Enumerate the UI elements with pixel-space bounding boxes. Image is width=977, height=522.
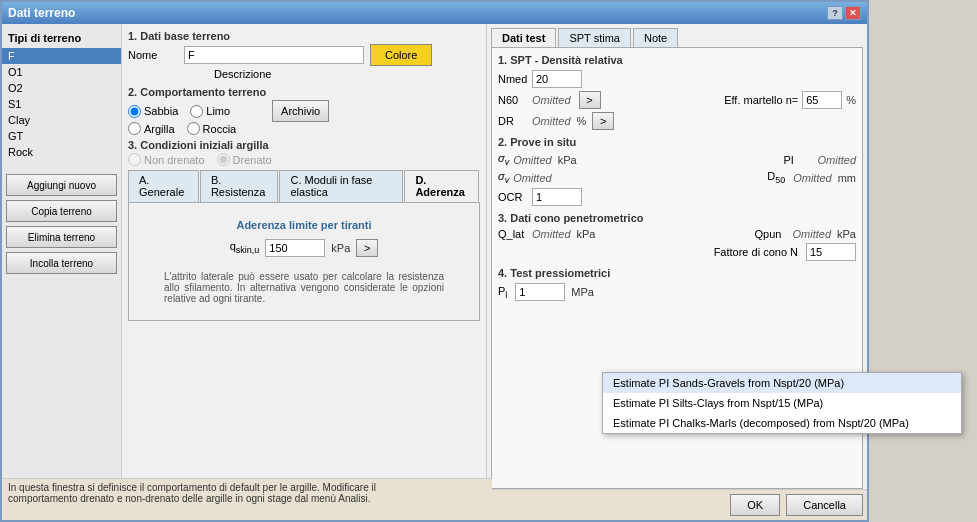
- right-tab-spt-stima[interactable]: SPT stima: [558, 28, 631, 47]
- tab-c[interactable]: C. Moduli in fase elastica: [279, 170, 403, 202]
- color-button[interactable]: Colore: [370, 44, 432, 66]
- archivio-button[interactable]: Archivio: [272, 100, 329, 122]
- sigmav-unit1: kPa: [558, 154, 577, 166]
- add-terrain-button[interactable]: Aggiungi nuovo: [6, 174, 117, 196]
- right-section1-title: 1. SPT - Densità relativa: [498, 54, 856, 66]
- right-bottom-bar: OK Cancella: [487, 489, 867, 520]
- ocr-input[interactable]: [532, 188, 582, 206]
- right-section3-title: 3. Dati cono penetrometrico: [498, 212, 856, 224]
- roccia-label: Roccia: [203, 123, 237, 135]
- section3: 3. Condizioni iniziali argilla Non drena…: [128, 139, 480, 166]
- bottom-info-bar: In questa finestra si definisce il compo…: [2, 478, 492, 520]
- center-tabs: A. Generale B. Resistenza C. Moduli in f…: [128, 170, 480, 202]
- sidebar: Tipi di terreno F O1 O2 S1 Clay GT Rock …: [2, 24, 122, 520]
- n60-arrow-button[interactable]: >: [579, 91, 601, 109]
- sabbia-label: Sabbia: [144, 105, 178, 117]
- right-tab-note[interactable]: Note: [633, 28, 678, 47]
- fattore-row: Fattore di cono N: [498, 243, 856, 261]
- tab-d-content: Aderenza limite per tiranti qskin,u kPa …: [128, 202, 480, 321]
- q-unit: kPa: [331, 242, 350, 254]
- eff-label: Eff. martello n=: [724, 94, 798, 106]
- name-input[interactable]: [184, 46, 364, 64]
- dr-arrow-button[interactable]: >: [592, 112, 614, 130]
- q-skin-input[interactable]: [265, 239, 325, 257]
- d50-unit: mm: [838, 172, 856, 184]
- dropdown-menu: Estimate PI Sands-Gravels from Nspt/20 (…: [602, 372, 962, 434]
- sigmav-label2: σv: [498, 170, 509, 185]
- fattore-label: Fattore di cono N: [714, 246, 798, 258]
- pl-unit: MPa: [571, 286, 594, 298]
- dropdown-item-chalks[interactable]: Estimate PI Chalks-Marls (decomposed) fr…: [603, 413, 961, 433]
- argilla-radio[interactable]: [128, 122, 141, 135]
- close-button[interactable]: ✕: [845, 6, 861, 20]
- window-title: Dati terreno: [8, 6, 75, 20]
- sidebar-title: Tipi di terreno: [2, 28, 121, 48]
- bottom-text: In questa finestra si definisce il compo…: [8, 482, 376, 504]
- pl-row: Pl MPa: [498, 283, 856, 301]
- ok-button[interactable]: OK: [730, 494, 780, 516]
- pi-label: PI: [783, 154, 813, 166]
- sabbia-radio-label[interactable]: Sabbia: [128, 105, 178, 118]
- qpun-unit: kPa: [837, 228, 856, 240]
- aderenza-content: Aderenza limite per tiranti qskin,u kPa …: [135, 209, 473, 314]
- pi-value: Omitted: [817, 154, 856, 166]
- tab-b[interactable]: B. Resistenza: [200, 170, 279, 202]
- sidebar-item-o1[interactable]: O1: [2, 64, 121, 80]
- n60-label: N60: [498, 94, 528, 106]
- right-tabs: Dati test SPT stima Note: [487, 24, 867, 47]
- limo-radio-label[interactable]: Limo: [190, 105, 230, 118]
- dropdown-item-silts[interactable]: Estimate PI Silts-Clays from Nspt/15 (MP…: [603, 393, 961, 413]
- eff-input[interactable]: [802, 91, 842, 109]
- dropdown-item-sands[interactable]: Estimate PI Sands-Gravels from Nspt/20 (…: [603, 373, 961, 393]
- tab-a[interactable]: A. Generale: [128, 170, 199, 202]
- non-drenato-radio[interactable]: [128, 153, 141, 166]
- q-arrow-button[interactable]: >: [356, 239, 378, 257]
- ocr-label: OCR: [498, 191, 528, 203]
- sidebar-lower: Aggiungi nuovo Copia terreno Elimina ter…: [2, 170, 121, 278]
- sigmav-label1: σv: [498, 152, 509, 167]
- help-button[interactable]: ?: [827, 6, 843, 20]
- qpun-value: Omitted: [793, 228, 832, 240]
- ocr-row: OCR: [498, 188, 856, 206]
- dr-value: Omitted: [532, 115, 571, 127]
- qlat-label: Q_lat: [498, 228, 528, 240]
- pl-label: Pl: [498, 285, 507, 300]
- roccia-radio[interactable]: [187, 122, 200, 135]
- d50-label: D50: [767, 170, 785, 185]
- qpun-label: Qpun: [755, 228, 785, 240]
- drenato-radio[interactable]: [217, 153, 230, 166]
- sidebar-item-gt[interactable]: GT: [2, 128, 121, 144]
- limo-radio[interactable]: [190, 105, 203, 118]
- n60-row: N60 Omitted > Eff. martello n= %: [498, 91, 856, 109]
- non-drenato-radio-label[interactable]: Non drenato: [128, 153, 205, 166]
- nmed-input[interactable]: [532, 70, 582, 88]
- qlat-row: Q_lat Omitted kPa Qpun Omitted kPa: [498, 228, 856, 240]
- sabbia-radio[interactable]: [128, 105, 141, 118]
- fattore-input[interactable]: [806, 243, 856, 261]
- name-row: Nome Colore: [128, 44, 480, 66]
- sidebar-item-f[interactable]: F: [2, 48, 121, 64]
- right-tab-dati-test[interactable]: Dati test: [491, 28, 556, 47]
- sidebar-item-rock[interactable]: Rock: [2, 144, 121, 160]
- main-window: Dati terreno ? ✕ Tipi di terreno F O1 O2…: [0, 0, 869, 522]
- roccia-radio-label[interactable]: Roccia: [187, 122, 237, 135]
- argilla-radio-label[interactable]: Argilla: [128, 122, 175, 135]
- paste-terrain-button[interactable]: Incolla terreno: [6, 252, 117, 274]
- aderenza-row: qskin,u kPa >: [230, 239, 379, 257]
- sidebar-item-o2[interactable]: O2: [2, 80, 121, 96]
- section2: 2. Comportamento terreno Sabbia Limo Arc…: [128, 86, 480, 135]
- drenato-radio-label[interactable]: Drenato: [217, 153, 272, 166]
- sidebar-item-clay[interactable]: Clay: [2, 112, 121, 128]
- sigmav-value1: Omitted: [513, 154, 552, 166]
- pl-input[interactable]: [515, 283, 565, 301]
- tab-d[interactable]: D. Aderenza: [404, 170, 479, 202]
- right-section2-title: 2. Prove in situ: [498, 136, 856, 148]
- delete-terrain-button[interactable]: Elimina terreno: [6, 226, 117, 248]
- cancel-button[interactable]: Cancella: [786, 494, 863, 516]
- dr-unit: %: [577, 115, 587, 127]
- sidebar-item-s1[interactable]: S1: [2, 96, 121, 112]
- copy-terrain-button[interactable]: Copia terreno: [6, 200, 117, 222]
- d50-value: Omitted: [793, 172, 832, 184]
- section1-title: 1. Dati base terreno: [128, 30, 480, 42]
- limo-label: Limo: [206, 105, 230, 117]
